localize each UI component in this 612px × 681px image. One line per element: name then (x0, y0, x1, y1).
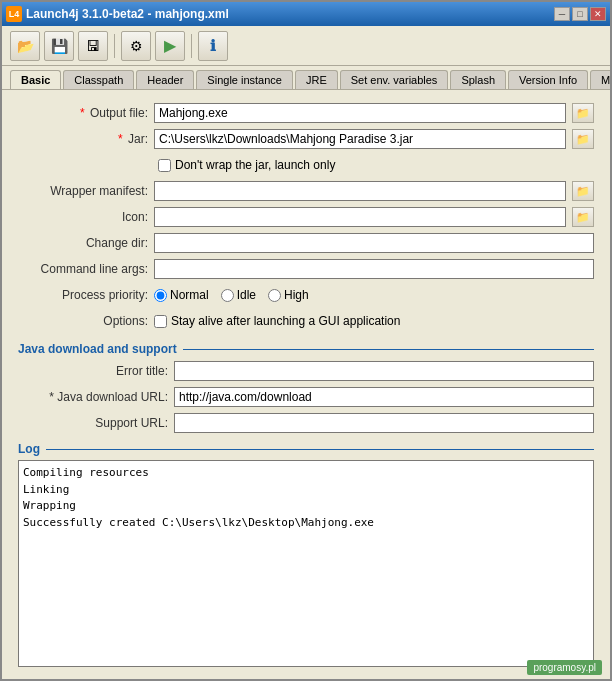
support-url-label: Support URL: (18, 416, 168, 430)
title-text: Launch4j 3.1.0-beta2 - mahjong.xml (26, 7, 229, 21)
wrapper-manifest-input[interactable] (154, 181, 566, 201)
support-url-row: Support URL: (18, 412, 594, 434)
tab-header[interactable]: Header (136, 70, 194, 89)
main-form: * Output file: 📁 * Jar: 📁 (18, 102, 594, 332)
jar-row: * Jar: 📁 (18, 128, 594, 150)
cmdline-args-label: Command line args: (18, 262, 148, 276)
icon-input[interactable] (154, 207, 566, 227)
wrapper-manifest-browse-button[interactable]: 📁 (572, 181, 594, 201)
change-dir-label: Change dir: (18, 236, 148, 250)
change-dir-row: Change dir: (18, 232, 594, 254)
priority-high-label: High (284, 288, 309, 302)
tabs-container: Basic Classpath Header Single instance J… (2, 66, 610, 90)
output-file-input[interactable] (154, 103, 566, 123)
tab-classpath[interactable]: Classpath (63, 70, 134, 89)
info-button[interactable]: ℹ (198, 31, 228, 61)
settings-button[interactable]: ⚙ (121, 31, 151, 61)
error-title-row: Error title: (18, 360, 594, 382)
log-line: Compiling resources (23, 465, 589, 482)
log-section: Log Compiling resourcesLinkingWrappingSu… (18, 442, 594, 667)
toolbar-separator-1 (114, 34, 115, 58)
tab-set-env-variables[interactable]: Set env. variables (340, 70, 449, 89)
options-row: Options: Stay alive after launching a GU… (18, 310, 594, 332)
app-icon: L4 (6, 6, 22, 22)
content-area: * Output file: 📁 * Jar: 📁 (2, 90, 610, 679)
java-form: Error title: * Java download URL: Suppor… (18, 360, 594, 434)
icon-browse-button[interactable]: 📁 (572, 207, 594, 227)
priority-idle-label: Idle (237, 288, 256, 302)
toolbar: 📂 💾 🖫 ⚙ ▶ ℹ (2, 26, 610, 66)
log-box[interactable]: Compiling resourcesLinkingWrappingSucces… (18, 460, 594, 667)
close-button[interactable]: ✕ (590, 7, 606, 21)
minimize-button[interactable]: ─ (554, 7, 570, 21)
priority-high-item[interactable]: High (268, 288, 309, 302)
log-line: Linking (23, 482, 589, 499)
process-priority-group: Normal Idle High (154, 288, 309, 302)
tab-basic[interactable]: Basic (10, 70, 61, 90)
cmdline-args-input[interactable] (154, 259, 594, 279)
title-bar-left: L4 Launch4j 3.1.0-beta2 - mahjong.xml (6, 6, 229, 22)
dont-wrap-label[interactable]: Don't wrap the jar, launch only (175, 158, 335, 172)
priority-normal-item[interactable]: Normal (154, 288, 209, 302)
jar-input[interactable] (154, 129, 566, 149)
java-download-url-label: * Java download URL: (18, 390, 168, 404)
output-file-required: * (80, 106, 85, 120)
log-line: Successfully created C:\Users\lkz\Deskto… (23, 515, 589, 532)
error-title-label: Error title: (18, 364, 168, 378)
priority-idle-radio[interactable] (221, 289, 234, 302)
toolbar-separator-2 (191, 34, 192, 58)
save-button[interactable]: 💾 (44, 31, 74, 61)
stay-alive-checkbox[interactable] (154, 315, 167, 328)
icon-label: Icon: (18, 210, 148, 224)
tab-messages[interactable]: Messages (590, 70, 610, 89)
priority-normal-radio[interactable] (154, 289, 167, 302)
options-label: Options: (18, 314, 148, 328)
log-line: Wrapping (23, 498, 589, 515)
priority-normal-label: Normal (170, 288, 209, 302)
priority-idle-item[interactable]: Idle (221, 288, 256, 302)
save-as-button[interactable]: 🖫 (78, 31, 108, 61)
java-section-header: Java download and support (18, 342, 594, 356)
dont-wrap-checkbox[interactable] (158, 159, 171, 172)
wrapper-manifest-label: Wrapper manifest: (18, 184, 148, 198)
java-download-url-input[interactable] (174, 387, 594, 407)
output-file-label: * Output file: (18, 106, 148, 120)
process-priority-label: Process priority: (18, 288, 148, 302)
process-priority-row: Process priority: Normal Idle High (18, 284, 594, 306)
dont-wrap-row: Don't wrap the jar, launch only (18, 154, 594, 176)
java-download-url-row: * Java download URL: (18, 386, 594, 408)
change-dir-input[interactable] (154, 233, 594, 253)
output-file-row: * Output file: 📁 (18, 102, 594, 124)
open-button[interactable]: 📂 (10, 31, 40, 61)
error-title-input[interactable] (174, 361, 594, 381)
tab-jre[interactable]: JRE (295, 70, 338, 89)
priority-high-radio[interactable] (268, 289, 281, 302)
tab-version-info[interactable]: Version Info (508, 70, 588, 89)
watermark: programosy.pl (527, 660, 602, 675)
options-group: Stay alive after launching a GUI applica… (154, 314, 400, 328)
jar-required: * (118, 132, 123, 146)
window-content: * Output file: 📁 * Jar: 📁 (2, 90, 610, 679)
log-header: Log (18, 442, 594, 456)
jar-label: * Jar: (18, 132, 148, 146)
tab-single-instance[interactable]: Single instance (196, 70, 293, 89)
tab-splash[interactable]: Splash (450, 70, 506, 89)
cmdline-args-row: Command line args: (18, 258, 594, 280)
maximize-button[interactable]: □ (572, 7, 588, 21)
run-button[interactable]: ▶ (155, 31, 185, 61)
main-window: L4 Launch4j 3.1.0-beta2 - mahjong.xml ─ … (0, 0, 612, 681)
icon-row: Icon: 📁 (18, 206, 594, 228)
window-controls: ─ □ ✕ (554, 7, 606, 21)
support-url-input[interactable] (174, 413, 594, 433)
jar-browse-button[interactable]: 📁 (572, 129, 594, 149)
wrapper-manifest-row: Wrapper manifest: 📁 (18, 180, 594, 202)
title-bar: L4 Launch4j 3.1.0-beta2 - mahjong.xml ─ … (2, 2, 610, 26)
output-file-browse-button[interactable]: 📁 (572, 103, 594, 123)
stay-alive-label[interactable]: Stay alive after launching a GUI applica… (171, 314, 400, 328)
